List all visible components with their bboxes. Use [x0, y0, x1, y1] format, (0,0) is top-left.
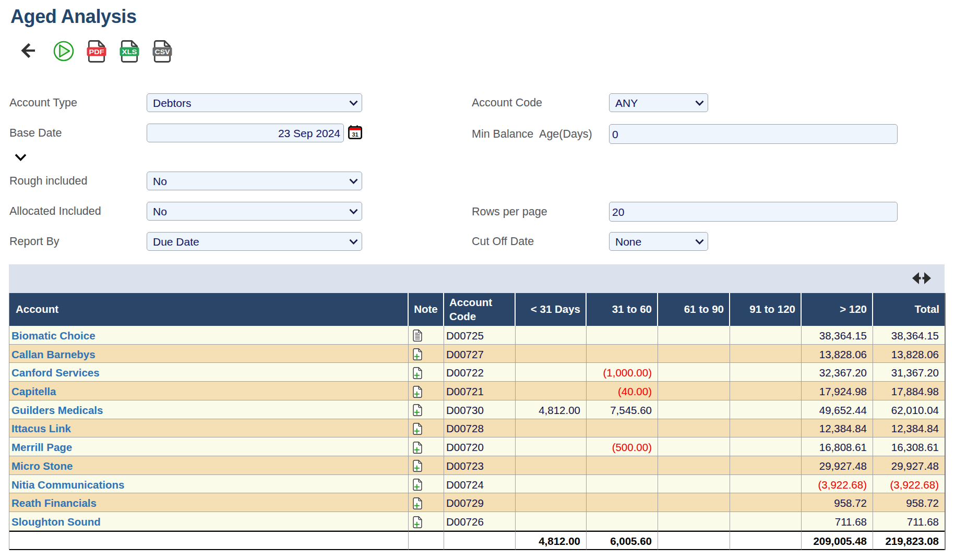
- svg-text:31: 31: [352, 131, 358, 138]
- svg-text:CSV: CSV: [155, 48, 170, 56]
- svg-text:XLS: XLS: [122, 48, 137, 56]
- svg-text:PDF: PDF: [89, 48, 104, 56]
